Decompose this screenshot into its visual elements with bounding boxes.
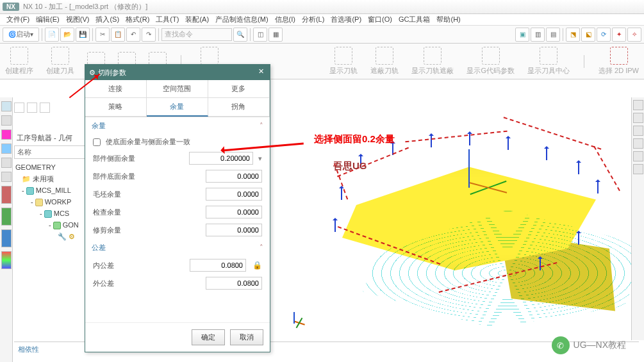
annotation-text-1: 选择侧面留0.2余量	[314, 133, 395, 145]
tb-a[interactable]: ◫	[253, 28, 267, 42]
tb-g[interactable]: ⟳	[597, 28, 611, 42]
dropdown-icon[interactable]: ▾	[258, 154, 262, 163]
menu-gctool[interactable]: GC工具箱	[396, 15, 433, 24]
tb-e[interactable]: ⬔	[566, 28, 580, 42]
menu-edit[interactable]: 编辑(E)	[33, 15, 62, 24]
menu-info[interactable]: 信息(I)	[272, 15, 298, 24]
rb-create-program[interactable]: 创建程序	[5, 47, 33, 76]
redo-icon[interactable]: ↷	[142, 28, 156, 42]
lb-6[interactable]	[1, 172, 12, 182]
menu-format[interactable]: 格式(R)	[123, 15, 152, 24]
tab-space[interactable]: 空间范围	[147, 80, 208, 98]
section-tolerance[interactable]: 公差˄	[85, 239, 270, 256]
rb-show-g[interactable]: 显示G代码参数	[466, 47, 515, 76]
floor-stock-input[interactable]	[206, 170, 262, 183]
search-go-icon[interactable]: 🔍	[233, 28, 247, 42]
rb-3[interactable]	[633, 126, 643, 136]
tree-unused[interactable]: 📁 未用项	[15, 173, 90, 185]
st-1[interactable]	[14, 103, 24, 113]
menu-analyze[interactable]: 分析(L)	[299, 15, 327, 24]
tree-workpiece[interactable]: - WORKP	[15, 196, 90, 208]
row-same-stock: 使底面余量与侧面余量一致	[85, 135, 270, 149]
undo-icon[interactable]: ↶	[126, 28, 140, 42]
menu-assembly[interactable]: 装配(A)	[183, 15, 211, 24]
menu-view[interactable]: 视图(V)	[63, 15, 92, 24]
rb-create-tool[interactable]: 创建刀具	[46, 47, 74, 76]
outtol-input[interactable]	[206, 277, 262, 290]
chevron-up-icon: ˄	[260, 122, 263, 130]
st-2[interactable]	[27, 103, 37, 113]
row-check-stock: 检查余量	[85, 203, 270, 221]
tb-c[interactable]: ▥	[531, 28, 545, 42]
mcs2-icon	[44, 210, 52, 218]
lb-3[interactable]	[1, 129, 12, 140]
tab-more[interactable]: 更多	[208, 80, 270, 98]
nav-col-name[interactable]: 名称	[14, 145, 91, 159]
tb-b[interactable]: ▦	[268, 28, 283, 42]
rb-2d-ipw[interactable]: 选择 2D IPW	[599, 47, 639, 76]
lock-icon[interactable]: 🔒	[252, 261, 262, 270]
command-search[interactable]: 查找命令	[161, 28, 232, 41]
rb-show-hide[interactable]: 显示刀轨遮蔽	[411, 47, 454, 76]
copy-icon[interactable]: 📋	[111, 28, 125, 42]
lb-10[interactable]	[1, 251, 12, 269]
rb-6[interactable]	[633, 164, 643, 174]
blank-stock-input[interactable]	[206, 188, 262, 201]
menu-help[interactable]: 帮助(H)	[434, 15, 463, 24]
menu-tools[interactable]: 工具(T)	[153, 15, 181, 24]
tb-f[interactable]: ⬕	[581, 28, 595, 42]
tree-leaf[interactable]: 🔧 ⚙	[15, 231, 90, 242]
tb-i[interactable]: ✧	[627, 28, 641, 42]
nav-tree[interactable]: GEOMETRY 📁 未用项 - MCS_MILL - WORKP - MCS …	[14, 159, 91, 245]
tab-corner[interactable]: 拐角	[208, 98, 270, 117]
close-icon[interactable]: ✕	[256, 67, 266, 78]
same-stock-checkbox[interactable]	[93, 138, 101, 146]
tree-mcs-mill[interactable]: - MCS_MILL	[15, 185, 90, 196]
open-icon[interactable]: 📂	[60, 28, 74, 42]
blank-stock-label: 毛坯余量	[93, 190, 201, 199]
check-stock-input[interactable]	[206, 206, 262, 218]
menu-insert[interactable]: 插入(S)	[93, 15, 122, 24]
tab-strategy[interactable]: 策略	[85, 98, 147, 117]
cube-icon[interactable]: ▣	[515, 28, 529, 42]
tree-gon[interactable]: - GON	[15, 219, 90, 231]
menu-pmi[interactable]: 产品制造信息(M)	[213, 15, 271, 24]
trim-stock-input[interactable]	[206, 224, 262, 236]
lb-7[interactable]	[1, 186, 12, 204]
menu-file[interactable]: 文件(F)	[4, 15, 32, 24]
intol-label: 内公差	[93, 261, 185, 270]
tree-root[interactable]: GEOMETRY	[15, 161, 90, 173]
rb-hide-path[interactable]: 遮蔽刀轨	[370, 47, 399, 76]
lb-9[interactable]	[1, 229, 12, 247]
tb-d[interactable]: ▤	[546, 28, 560, 42]
check-stock-label: 检查余量	[93, 208, 201, 217]
rb-1[interactable]	[633, 100, 643, 110]
dialog-buttons: 确定 取消	[85, 323, 270, 352]
cancel-button[interactable]: 取消	[230, 329, 263, 345]
ok-button[interactable]: 确定	[192, 329, 225, 345]
new-icon[interactable]: 📄	[45, 28, 59, 42]
rb-4[interactable]	[633, 138, 643, 149]
rb-5[interactable]	[633, 151, 643, 161]
start-button[interactable]: 🌀 启动 ▾	[3, 28, 39, 42]
cut-icon[interactable]: ✂	[95, 28, 110, 42]
save-icon[interactable]: 💾	[76, 28, 90, 42]
menu-window[interactable]: 窗口(O)	[365, 15, 395, 24]
tab-stock[interactable]: 余量	[147, 98, 208, 117]
lb-nav-icon[interactable]	[1, 101, 12, 111]
menu-prefs[interactable]: 首选项(P)	[328, 15, 364, 24]
st-3[interactable]	[40, 103, 50, 113]
rb-2[interactable]	[633, 113, 643, 123]
tab-connect[interactable]: 连接	[85, 80, 147, 98]
intol-input[interactable]	[190, 259, 246, 272]
rb-show-path[interactable]: 显示刀轨	[329, 47, 358, 76]
lb-4[interactable]	[1, 144, 12, 154]
dialog-titlebar[interactable]: ⚙切削参数 ✕	[85, 65, 270, 80]
rb-tool-center[interactable]: 显示刀具中心	[527, 47, 570, 76]
lb-2[interactable]	[1, 115, 12, 126]
tb-h[interactable]: ✦	[612, 28, 626, 42]
lb-5[interactable]	[1, 158, 12, 168]
section-stock[interactable]: 余量˄	[85, 117, 270, 135]
lb-8[interactable]	[1, 208, 12, 226]
tree-mcs[interactable]: - MCS	[15, 208, 90, 219]
